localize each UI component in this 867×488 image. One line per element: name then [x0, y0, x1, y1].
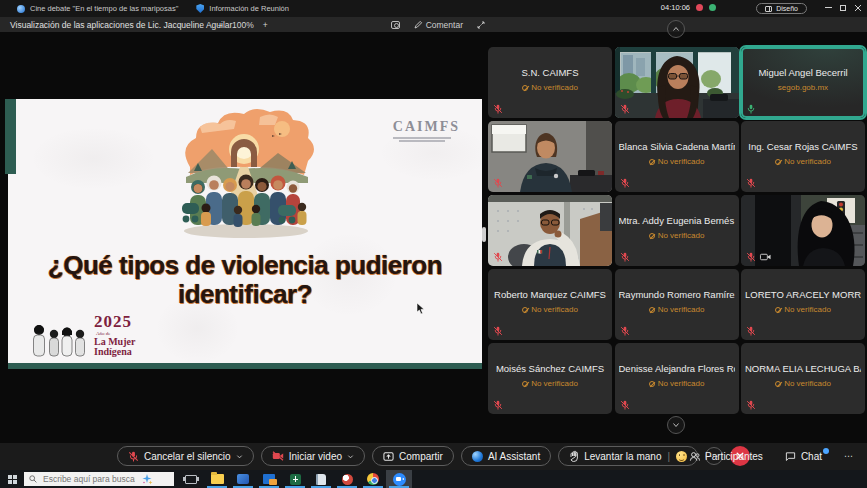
participant-tile[interactable]: LORETO ARACELY MORRIS ...No verificado [741, 269, 865, 340]
blue-app-icon [237, 474, 249, 484]
mic-muted-icon [746, 400, 756, 410]
chevron-down-icon[interactable] [347, 453, 354, 460]
participant-tile[interactable]: Denisse Alejandra Flores Ros...No verifi… [615, 343, 739, 414]
camera-icon [760, 252, 771, 262]
panel-scrollbar[interactable] [482, 227, 486, 242]
fullscreen-icon[interactable] [477, 21, 485, 29]
share-screen-icon [383, 451, 394, 462]
app-blue-button[interactable] [230, 470, 256, 488]
recording-indicator-icon [696, 4, 703, 11]
unmute-label: Cancelar el silencio [144, 451, 231, 462]
slide-accent-bar-left [5, 99, 16, 174]
zoom-app-icon [393, 473, 406, 486]
chat-button[interactable]: Chat [785, 451, 822, 462]
zoom-level: 100% [232, 20, 254, 30]
design-view-button[interactable]: Diseño [756, 3, 807, 14]
zoom-app-button[interactable] [386, 470, 412, 488]
search-icon [29, 475, 37, 483]
participant-tile[interactable]: Ing. Cesar Rojas CAIMFSNo verificado [741, 121, 865, 192]
meeting-info-tab[interactable]: Información de Reunión [209, 4, 289, 13]
not-verified-icon [522, 85, 528, 91]
divider: | [667, 451, 670, 462]
participant-tile[interactable]: Moisés Sánchez CAIMFSNo verificado [488, 343, 612, 414]
chat-icon [785, 451, 796, 462]
reactions-emoji-icon[interactable] [676, 451, 687, 462]
participants-button[interactable]: Participantes [689, 451, 763, 462]
chat-label: Chat [801, 451, 822, 462]
red-app-icon [342, 474, 353, 485]
not-verified-icon [775, 307, 781, 313]
participants-grid: S.N. CAIMFSNo verificado Miguel Angel Be… [488, 47, 865, 414]
participant-tile[interactable]: Blanca Silvia Cadena Martíne...No verifi… [615, 121, 739, 192]
layout-icon [765, 6, 772, 12]
share-label: Compartir [399, 451, 443, 462]
excel-button[interactable] [282, 470, 308, 488]
participant-tile[interactable]: Miguel Angel Becerrilsegob.gob.mx [741, 47, 865, 118]
toolbar-more-button[interactable]: ⋯ [844, 451, 853, 461]
task-view-button[interactable] [178, 470, 204, 488]
more-participants-button[interactable] [667, 416, 685, 434]
slide-illustration [160, 105, 328, 255]
participant-tile[interactable] [741, 195, 865, 266]
start-button[interactable] [0, 470, 24, 488]
annotate-label: Comentar [426, 20, 463, 30]
chevron-down-icon[interactable] [236, 453, 243, 460]
collapse-videos-button[interactable] [667, 20, 685, 38]
meeting-info-shield-icon [196, 4, 204, 13]
excel-icon [290, 474, 301, 485]
raise-hand-button[interactable]: Levantar la mano | [558, 446, 698, 466]
raise-hand-icon [569, 451, 579, 462]
mic-muted-icon [746, 178, 756, 188]
close-button[interactable] [851, 0, 865, 15]
participant-tile[interactable]: Roberto Marquez CAIMFSNo verificado [488, 269, 612, 340]
mic-muted-icon [128, 451, 139, 462]
meeting-title[interactable]: Cine debate "En el tiempo de las maripos… [30, 4, 178, 13]
participant-status: No verificado [745, 305, 861, 314]
zoom-in-button[interactable]: + [263, 20, 268, 30]
participant-status: No verificado [492, 379, 608, 388]
participant-tile[interactable] [488, 195, 612, 266]
maximize-button[interactable] [836, 0, 850, 15]
outlook-icon [263, 474, 275, 484]
participants-label: Participantes [705, 451, 763, 462]
zoom-out-button[interactable]: − [218, 20, 223, 30]
not-verified-icon [649, 233, 655, 239]
file-explorer-button[interactable] [204, 470, 230, 488]
search-input[interactable] [41, 473, 137, 485]
meeting-timer: 04:10:06 [661, 3, 690, 12]
share-header-bar: Visualización de las aplicaciones de Lic… [0, 17, 867, 32]
taskbar-search[interactable] [24, 472, 174, 486]
folder-icon [211, 474, 224, 484]
capture-icon[interactable] [391, 21, 400, 29]
participant-tile[interactable] [488, 121, 612, 192]
annotate-button[interactable]: Comentar [414, 20, 463, 30]
participant-name: Denisse Alejandra Flores Ros... [619, 363, 735, 374]
start-video-button[interactable]: Iniciar video [261, 446, 365, 466]
windows-taskbar: 02:34 p. m. 05/12/2025 21 [0, 470, 867, 488]
ai-assistant-button[interactable]: AI Assistant [461, 446, 551, 466]
mic-muted-icon [493, 178, 503, 188]
app-red-button[interactable] [334, 470, 360, 488]
outlook-button[interactable] [256, 470, 282, 488]
participant-tile[interactable] [615, 47, 739, 118]
minimize-button[interactable] [821, 0, 835, 15]
chrome-button[interactable] [360, 470, 386, 488]
unmute-button[interactable]: Cancelar el silencio [117, 446, 254, 466]
share-screen-button[interactable]: Compartir [372, 446, 454, 466]
participant-tile[interactable]: Mtra. Addy Eugenia Bernés ...No verifica… [615, 195, 739, 266]
participant-name: Blanca Silvia Cadena Martíne... [619, 141, 735, 152]
participant-tile[interactable]: S.N. CAIMFSNo verificado [488, 47, 612, 118]
participant-tile[interactable]: Raymundo Romero Ramírez...No verificado [615, 269, 739, 340]
task-view-icon [185, 475, 197, 484]
meeting-camera-icon [17, 5, 25, 13]
share-title: Visualización de las aplicaciones de Lic… [10, 20, 232, 30]
participant-name: Ing. Cesar Rojas CAIMFS [745, 141, 861, 152]
slide-title: ¿Qué tipos de violencia pudieron identif… [8, 251, 482, 309]
notes-app-button[interactable] [308, 470, 334, 488]
participant-tile[interactable]: NORMA ELIA LECHUGA BAS...No verificado [741, 343, 865, 414]
women-silhouettes-icon [30, 323, 88, 357]
participant-status: No verificado [619, 379, 735, 388]
design-button-label: Diseño [776, 5, 798, 12]
participant-name: S.N. CAIMFS [492, 67, 608, 78]
chrome-icon [367, 473, 379, 485]
